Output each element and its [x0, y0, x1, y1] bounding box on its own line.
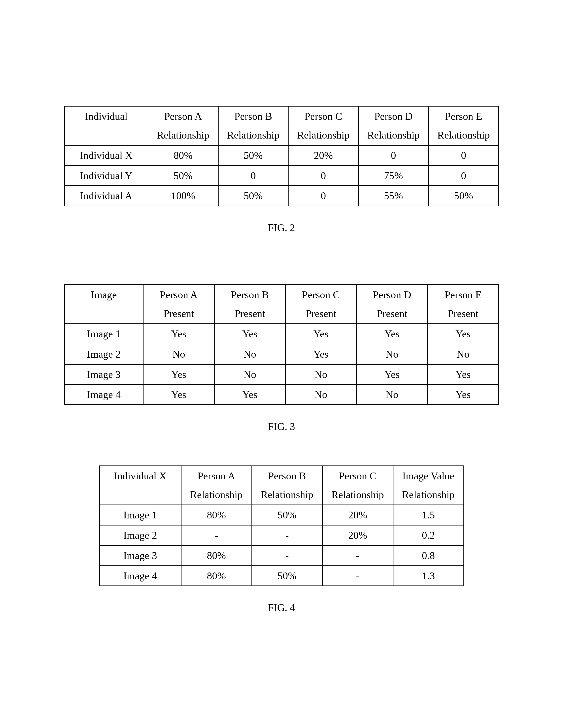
table-header-row: Individual X Person A Relationship Perso…: [99, 466, 464, 505]
figure-3-block: Image Person A Present Person B Present …: [64, 284, 499, 432]
header-line2: Present: [145, 306, 212, 322]
cell: No: [428, 344, 499, 364]
cell: 50%: [218, 186, 289, 206]
cell: No: [143, 344, 214, 364]
cell: No: [286, 364, 357, 385]
cell: Yes: [214, 324, 286, 344]
header-individual: Individual: [64, 106, 148, 145]
header-line1: Person A: [183, 468, 250, 484]
header-image: Image: [64, 285, 143, 324]
cell: 0: [289, 165, 359, 186]
cell: Yes: [143, 385, 214, 405]
cell: No: [357, 385, 428, 405]
header-person-e: Person E Present: [428, 285, 499, 324]
header-line2: Relationship: [430, 127, 497, 143]
header-person-a: Person A Present: [143, 285, 214, 324]
header-line1: Person A: [145, 287, 212, 303]
cell: Yes: [428, 385, 499, 405]
table-row: Image 1 Yes Yes Yes Yes Yes: [64, 324, 499, 344]
cell: No: [214, 364, 286, 385]
header-line1: Person A: [150, 108, 216, 124]
table-row: Image 4 80% 50% - 1.3: [99, 566, 464, 586]
cell: Yes: [357, 364, 428, 385]
header-line2: Present: [287, 306, 355, 322]
table-row: Image 3 Yes No No Yes Yes: [64, 364, 499, 385]
cell: 50%: [148, 165, 218, 186]
header-line2: Present: [358, 306, 426, 322]
header-line2: Relationship: [183, 487, 250, 503]
row-label: Image 3: [99, 545, 181, 566]
cell: Yes: [143, 324, 214, 344]
cell: Yes: [286, 344, 357, 364]
cell: -: [252, 545, 322, 566]
header-text: Image: [66, 287, 141, 303]
cell: Yes: [357, 324, 428, 344]
header-person-c: Person C Present: [286, 285, 357, 324]
figure-3-table: Image Person A Present Person B Present …: [64, 284, 499, 405]
cell: 0.2: [393, 525, 464, 545]
header-line2: Relationship: [220, 127, 287, 143]
header-line2: Relationship: [395, 487, 462, 503]
cell: 0: [429, 145, 499, 165]
cell: 50%: [218, 145, 289, 165]
row-label: Individual X: [64, 145, 148, 165]
cell: Yes: [214, 385, 286, 405]
row-label: Image 3: [64, 364, 143, 385]
cell: 50%: [252, 566, 322, 586]
row-label: Image 1: [64, 324, 143, 344]
cell: 100%: [148, 186, 218, 206]
cell: 20%: [289, 145, 359, 165]
cell: 50%: [252, 505, 322, 525]
header-line1: Image Value: [395, 468, 462, 484]
cell: Yes: [286, 324, 357, 344]
cell: Yes: [143, 364, 214, 385]
figure-4-caption: FIG. 4: [64, 602, 499, 614]
header-person-d: Person D Present: [357, 285, 428, 324]
header-line1: Person D: [358, 287, 426, 303]
cell: 80%: [181, 545, 252, 566]
figure-2-block: Individual Person A Relationship Person …: [64, 106, 499, 234]
cell: No: [214, 344, 286, 364]
header-line2: Relationship: [253, 487, 321, 503]
header-line2: Present: [216, 306, 284, 322]
table-row: Individual X 80% 50% 20% 0 0: [64, 145, 499, 165]
header-line1: Person B: [253, 468, 321, 484]
cell: -: [252, 525, 322, 545]
row-label: Individual Y: [64, 165, 148, 186]
table-row: Individual Y 50% 0 0 75% 0: [64, 165, 499, 186]
row-label: Image 2: [99, 525, 181, 545]
table-row: Image 3 80% - - 0.8: [99, 545, 464, 566]
cell: 1.3: [393, 566, 464, 586]
table-header-row: Image Person A Present Person B Present …: [64, 285, 499, 324]
header-person-a: Person A Relationship: [148, 106, 218, 145]
header-person-e: Person E Relationship: [429, 106, 499, 145]
header-individual-x: Individual X: [99, 466, 181, 505]
header-line1: Person D: [360, 108, 427, 124]
header-line1: Person E: [430, 108, 497, 124]
cell: 0: [358, 145, 429, 165]
cell: -: [322, 545, 393, 566]
header-line2: Relationship: [150, 127, 216, 143]
header-line1: Person B: [216, 287, 284, 303]
row-label: Image 2: [64, 344, 143, 364]
figure-3-caption: FIG. 3: [64, 420, 499, 432]
figure-2-caption: FIG. 2: [64, 222, 499, 234]
cell: 80%: [148, 145, 218, 165]
page: Individual Person A Relationship Person …: [0, 0, 563, 728]
cell: Yes: [428, 364, 499, 385]
row-label: Image 4: [64, 385, 143, 405]
header-line2: Relationship: [324, 487, 392, 503]
cell: 1.5: [393, 505, 464, 525]
cell: 0.8: [393, 545, 464, 566]
table-row: Image 1 80% 50% 20% 1.5: [99, 505, 464, 525]
header-line1: Person B: [220, 108, 287, 124]
cell: 75%: [358, 165, 429, 186]
header-text: Individual: [66, 108, 146, 124]
header-line1: Person C: [287, 287, 355, 303]
header-person-c: Person C Relationship: [322, 466, 393, 505]
header-person-a: Person A Relationship: [181, 466, 252, 505]
cell: No: [286, 385, 357, 405]
header-line2: Relationship: [290, 127, 357, 143]
cell: 50%: [429, 186, 499, 206]
header-person-b: Person B Relationship: [252, 466, 322, 505]
